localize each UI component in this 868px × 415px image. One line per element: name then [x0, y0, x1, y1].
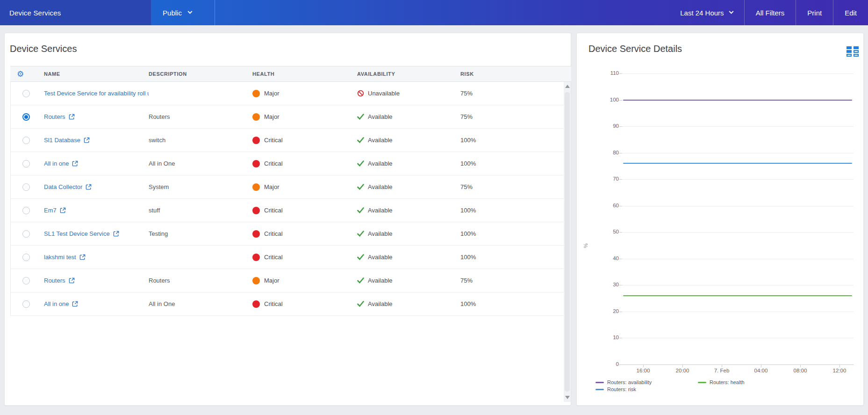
- service-name-link[interactable]: All in one: [44, 300, 69, 307]
- table-row: All in one All in One Critical Available…: [11, 292, 564, 316]
- service-name-link[interactable]: Test Device Service for availability rol…: [44, 90, 149, 97]
- row-select-radio[interactable]: [22, 183, 30, 191]
- service-name-link[interactable]: lakshmi test: [44, 254, 76, 261]
- app-title-section: Device Services: [0, 0, 151, 25]
- health-status-icon: [252, 90, 260, 97]
- gridline: [622, 338, 854, 338]
- available-check-icon: [357, 160, 364, 167]
- gridline: [622, 153, 854, 153]
- y-tick-label: 50: [595, 229, 619, 234]
- y-axis-label: %: [583, 243, 588, 248]
- column-header-risk[interactable]: RISK: [460, 71, 571, 77]
- scrollbar-thumb[interactable]: [565, 92, 570, 392]
- external-link-icon[interactable]: [69, 114, 75, 120]
- service-name-link[interactable]: Routers: [44, 113, 65, 120]
- external-link-icon[interactable]: [113, 231, 119, 237]
- gridline: [622, 259, 854, 259]
- external-link-icon[interactable]: [72, 160, 78, 167]
- service-name-link[interactable]: Routers: [44, 277, 65, 284]
- y-tick-label: 80: [595, 150, 619, 155]
- legend-item[interactable]: Routers: health: [698, 379, 745, 385]
- health-label: Major: [264, 183, 280, 190]
- availability-label: Available: [368, 207, 393, 214]
- y-tick-label: 70: [595, 176, 619, 182]
- column-header-health[interactable]: HEALTH: [252, 71, 357, 77]
- health-status-icon: [252, 300, 260, 308]
- availability-label: Available: [368, 254, 393, 261]
- availability-label: Available: [368, 137, 393, 144]
- table-body: Test Device Service for availability rol…: [10, 82, 564, 316]
- row-select-radio[interactable]: [22, 300, 30, 308]
- column-header-availability[interactable]: AVAILABILITY: [357, 71, 460, 77]
- table-row: Test Device Service for availability rol…: [11, 82, 564, 105]
- gear-icon[interactable]: ⚙: [10, 70, 44, 78]
- legend-item[interactable]: Routers: availability: [595, 379, 652, 385]
- device-service-details-panel: Device Service Details % 010203040506070…: [576, 33, 864, 406]
- availability-label: Available: [368, 300, 393, 307]
- time-range-dropdown[interactable]: Last 24 Hours: [669, 0, 744, 25]
- series-line: [623, 295, 852, 296]
- available-check-icon: [357, 137, 364, 143]
- external-link-icon[interactable]: [72, 301, 78, 307]
- page-title: Device Services: [9, 9, 61, 17]
- row-select-radio[interactable]: [22, 90, 30, 97]
- topbar-divider: [215, 0, 215, 25]
- health-status-icon: [252, 277, 260, 284]
- column-header-description[interactable]: DESCRIPTION: [149, 71, 252, 77]
- gridline: [622, 206, 854, 206]
- row-select-radio[interactable]: [22, 160, 30, 167]
- all-filters-button[interactable]: All Filters: [745, 0, 796, 25]
- health-label: Major: [264, 277, 280, 284]
- row-select-radio[interactable]: [22, 230, 30, 238]
- series-line: [623, 163, 852, 164]
- y-tick: [619, 100, 622, 101]
- table-scrollbar[interactable]: [564, 82, 571, 402]
- table-row: Data Collector System Major Available 75…: [11, 175, 564, 199]
- availability-label: Unavailable: [368, 90, 400, 97]
- external-link-icon[interactable]: [79, 254, 86, 260]
- print-button[interactable]: Print: [796, 0, 833, 25]
- row-select-radio[interactable]: [22, 207, 30, 214]
- dashboard-visibility-dropdown[interactable]: Public: [151, 0, 203, 25]
- service-description: All in One: [149, 300, 252, 307]
- x-tick-label: 12:00: [825, 368, 854, 373]
- external-link-icon[interactable]: [69, 277, 75, 284]
- external-link-icon[interactable]: [60, 207, 66, 213]
- table-row: All in one All in One Critical Available…: [11, 152, 564, 175]
- available-check-icon: [357, 254, 364, 260]
- y-tick-label: 10: [595, 335, 619, 340]
- service-name-link[interactable]: Em7: [44, 207, 57, 214]
- health-label: Critical: [264, 160, 283, 167]
- row-select-radio[interactable]: [22, 137, 30, 144]
- availability-label: Available: [368, 183, 393, 190]
- service-name-link[interactable]: Sl1 Database: [44, 137, 80, 144]
- risk-value: 100%: [460, 254, 564, 261]
- row-select-radio[interactable]: [22, 254, 30, 261]
- service-name-link[interactable]: SL1 Test Device Service: [44, 230, 110, 237]
- health-status-icon: [252, 207, 260, 214]
- x-tick: [682, 364, 683, 367]
- external-link-icon[interactable]: [84, 137, 90, 143]
- y-tick: [619, 179, 622, 180]
- health-label: Critical: [264, 137, 283, 144]
- edit-button[interactable]: Edit: [833, 0, 868, 25]
- x-axis-line: [622, 364, 854, 365]
- external-link-icon[interactable]: [86, 184, 92, 190]
- y-tick: [619, 338, 622, 338]
- line-chart: % 010203040506070809010011016:0020:007. …: [577, 33, 864, 406]
- row-select-radio[interactable]: [22, 277, 30, 284]
- service-name-link[interactable]: All in one: [44, 160, 69, 167]
- scroll-down-arrow-icon[interactable]: [565, 396, 570, 399]
- service-name-link[interactable]: Data Collector: [44, 183, 82, 190]
- scroll-up-arrow-icon[interactable]: [565, 85, 570, 88]
- table-row: SL1 Test Device Service Testing Critical…: [11, 222, 564, 246]
- risk-value: 75%: [460, 90, 564, 97]
- column-header-name[interactable]: NAME: [44, 71, 149, 77]
- health-status-icon: [252, 137, 260, 144]
- service-description: Routers: [149, 277, 252, 284]
- y-tick-label: 100: [595, 97, 619, 102]
- legend-item[interactable]: Routers: risk: [595, 386, 652, 392]
- row-select-radio[interactable]: [22, 113, 30, 121]
- availability-label: Available: [368, 113, 393, 120]
- risk-value: 75%: [460, 277, 564, 284]
